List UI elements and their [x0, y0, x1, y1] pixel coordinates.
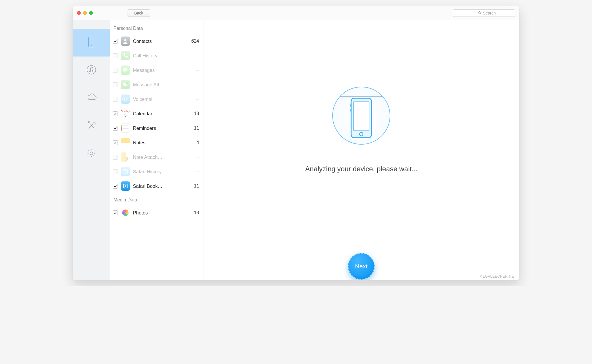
sidebar-item-cloud[interactable]: [73, 84, 110, 112]
list-row-photos[interactable]: Photos13: [110, 205, 203, 220]
phone-handset-icon: [121, 51, 130, 60]
row-count: 13: [189, 111, 199, 116]
reminders-icon: [121, 123, 130, 133]
safari-history-icon: [121, 167, 130, 176]
watermark-text: MEGALEECHER.NET: [479, 274, 516, 279]
row-count: --: [189, 68, 199, 73]
svg-rect-21: [350, 109, 351, 112]
sidebar-item-music[interactable]: [73, 57, 110, 84]
row-label: Voicemail: [133, 97, 186, 102]
main-panel: Analyzing your device, please wait... Ne…: [203, 20, 519, 280]
row-count: --: [189, 154, 199, 160]
row-count: --: [189, 97, 199, 102]
checkbox-contacts[interactable]: [113, 39, 118, 44]
music-icon: [86, 64, 97, 77]
checkbox-safari-bookmarks[interactable]: [113, 184, 118, 189]
row-label: Message Att…: [133, 82, 186, 88]
row-count: 4: [189, 140, 199, 145]
app-window: Back Search Personal DataContacts624Call…: [73, 6, 519, 281]
row-label: Reminders: [133, 125, 186, 131]
svg-line-1: [480, 13, 481, 14]
cloud-icon: [86, 92, 97, 105]
row-label: Note Attach…: [133, 154, 186, 160]
safari-bookmarks-icon: [121, 181, 130, 191]
message-bubble-icon: [121, 65, 130, 75]
checkbox-messages: [113, 68, 118, 73]
svg-point-5: [87, 65, 96, 74]
titlebar: Back Search: [73, 6, 519, 20]
maximize-window-button[interactable]: [89, 11, 93, 15]
close-window-button[interactable]: [77, 11, 81, 15]
list-row-note-attach: Note Attach…--: [110, 150, 203, 164]
svg-point-7: [91, 70, 93, 72]
gear-icon: [86, 148, 97, 160]
list-row-messages: Messages--: [110, 63, 203, 77]
list-row-call-history: Call History--: [110, 48, 203, 63]
svg-point-10: [126, 83, 128, 84]
checkbox-safari-history: [113, 169, 118, 174]
checkbox-call-history: [113, 53, 118, 58]
row-count: --: [189, 82, 199, 87]
section-header: Media Data: [110, 193, 203, 205]
data-list-panel[interactable]: Personal DataContacts624Call History--Me…: [110, 20, 203, 280]
search-field-wrap: Search: [453, 9, 515, 17]
row-count: 13: [189, 210, 199, 215]
svg-point-12: [126, 98, 128, 100]
row-label: Photos: [133, 210, 186, 216]
tools-icon: [86, 120, 97, 132]
checkbox-calendar[interactable]: [113, 111, 118, 116]
row-label: Call History: [133, 53, 186, 59]
search-placeholder: Search: [483, 11, 496, 15]
sidebar-item-settings[interactable]: [73, 140, 110, 168]
search-icon: [478, 11, 482, 15]
list-row-contacts[interactable]: Contacts624: [110, 34, 203, 48]
contacts-icon: [121, 37, 130, 46]
status-text: Analyzing your device, please wait...: [305, 165, 418, 173]
row-count: 11: [189, 125, 199, 131]
svg-rect-20: [350, 104, 351, 107]
checkbox-voicemail: [113, 97, 118, 102]
svg-point-0: [478, 12, 481, 14]
back-button[interactable]: Back: [127, 9, 150, 17]
checkbox-message-att: [113, 82, 118, 87]
search-input[interactable]: Search: [453, 9, 515, 17]
svg-rect-18: [353, 102, 369, 131]
checkbox-notes[interactable]: [113, 140, 118, 145]
checkbox-note-attach: [113, 155, 118, 160]
list-row-safari-bookmarks[interactable]: Safari Book…11: [110, 179, 203, 193]
list-row-notes[interactable]: Notes4: [110, 135, 203, 150]
row-count: --: [189, 53, 199, 58]
list-row-voicemail: Voicemail--: [110, 92, 203, 106]
calendar-icon: Sunday3: [121, 109, 130, 118]
message-attachment-icon: [121, 80, 130, 89]
svg-point-8: [90, 152, 93, 155]
row-label: Contacts: [133, 39, 186, 44]
note-attachment-icon: [121, 152, 130, 162]
row-label: Calendar: [133, 111, 186, 117]
notes-icon: [121, 138, 130, 147]
device-analyzing-graphic: [332, 87, 390, 145]
list-row-reminders[interactable]: Reminders11: [110, 121, 203, 135]
checkbox-photos[interactable]: [113, 210, 118, 215]
list-row-message-att: Message Att…--: [110, 77, 203, 92]
next-button[interactable]: Next: [348, 253, 375, 280]
svg-point-11: [122, 98, 124, 100]
checkbox-reminders[interactable]: [113, 126, 118, 131]
row-label: Notes: [133, 140, 186, 145]
sidebar-item-tools[interactable]: [73, 112, 110, 140]
minimize-window-button[interactable]: [83, 11, 87, 15]
footer-bar: Next: [203, 250, 519, 280]
list-row-calendar[interactable]: Sunday3Calendar13: [110, 106, 203, 121]
phone-icon: [86, 36, 97, 49]
section-header: Personal Data: [110, 22, 203, 34]
svg-marker-16: [124, 185, 127, 188]
sidebar-item-device[interactable]: [73, 29, 110, 57]
svg-rect-2: [89, 37, 94, 47]
row-label: Messages: [133, 68, 186, 73]
row-count: --: [189, 169, 199, 174]
list-row-safari-history: Safari History--: [110, 164, 203, 179]
voicemail-icon: [121, 94, 130, 104]
row-count: 11: [189, 183, 199, 189]
svg-point-9: [124, 39, 126, 41]
phone-outline-icon: [350, 98, 373, 138]
